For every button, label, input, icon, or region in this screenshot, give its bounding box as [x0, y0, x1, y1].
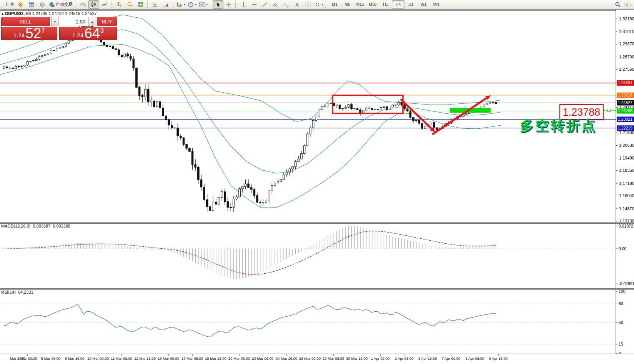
- search-button[interactable]: [615, 2, 621, 8]
- templates-button[interactable]: ▾: [198, 0, 209, 9]
- time-label: 27 Mar 08:00: [323, 356, 344, 361]
- candle-body: [138, 87, 140, 95]
- fibonacci-button[interactable]: F: [281, 0, 292, 9]
- candle-body: [280, 180, 282, 181]
- candle-body: [147, 89, 149, 102]
- candle-body: [121, 55, 123, 57]
- zoom-out-button[interactable]: [125, 0, 135, 9]
- auto-scroll-button[interactable]: [150, 0, 161, 9]
- timeframe-h1-button[interactable]: H1: [379, 0, 392, 9]
- time-label: 7 Apr 00:00: [442, 356, 461, 361]
- candle-body: [200, 180, 202, 187]
- sell-price-button[interactable]: 1.24 52 7: [1, 27, 57, 40]
- crosshair-button[interactable]: [223, 0, 234, 9]
- zoom-in-button[interactable]: [114, 0, 125, 9]
- time-tick: [333, 354, 334, 356]
- candle-body: [180, 136, 182, 138]
- callout-connector-anchor[interactable]: [607, 109, 610, 112]
- panel-collapse-icon[interactable]: ▴: [2, 11, 4, 16]
- candle-body: [339, 105, 341, 109]
- price-tick-label: 1.20630: [619, 143, 634, 148]
- price-tick-label: 1.18350: [619, 168, 634, 173]
- candle-body: [203, 187, 205, 200]
- macd-indicator-pane[interactable]: 0.0187210.00-0.028913: [0, 223, 634, 288]
- candlestick-chart-button[interactable]: [88, 0, 99, 9]
- rsi-label: RSI(14)64.2331: [1, 290, 36, 294]
- horizontal-line-button[interactable]: [249, 0, 260, 9]
- consolidation-red-box[interactable]: [333, 95, 403, 113]
- volume-increase-button[interactable]: ▲: [88, 17, 96, 26]
- toolbar-right-group: [615, 2, 631, 8]
- tile-windows-button[interactable]: [135, 0, 146, 9]
- label-button[interactable]: T: [303, 0, 313, 9]
- one-click-trading-panel: SELL ▼ 1.00 ▲ BUY 1.24 52 7 1.24 64 3: [1, 17, 117, 40]
- macd-tick-label: -0.028913: [619, 281, 634, 286]
- chart-window-button[interactable]: [26, 0, 37, 9]
- candle-body: [53, 50, 55, 51]
- chat-button[interactable]: [625, 2, 631, 8]
- chart-shift-button[interactable]: [161, 0, 171, 9]
- timeframe-w1-button[interactable]: W1: [417, 0, 430, 9]
- line-chart-button[interactable]: [99, 0, 110, 9]
- indicators-button[interactable]: ▾: [175, 0, 186, 9]
- new-order-button[interactable]: 订单: [5, 0, 15, 9]
- pivot-point-annotation[interactable]: 多空转折点: [520, 116, 597, 135]
- candle-body: [436, 128, 438, 130]
- time-axis[interactable]: Mar 20204 Mar 00:005 Mar 08:006 Mar 16:0…: [0, 354, 634, 364]
- candle-body: [33, 60, 35, 61]
- candle-body: [150, 101, 152, 102]
- tline-icon: [262, 2, 268, 8]
- sell-button[interactable]: SELL: [1, 17, 50, 26]
- candle-body: [250, 188, 252, 189]
- rsi-indicator-pane[interactable]: 1008050150: [0, 289, 634, 354]
- bar-chart-button[interactable]: [78, 0, 88, 9]
- window-icon: [28, 2, 35, 8]
- candle-body: [489, 103, 491, 104]
- candle-body: [365, 108, 367, 110]
- time-tick: [121, 354, 122, 356]
- buy-price-button[interactable]: 1.24 64 3: [59, 27, 117, 40]
- candle-body: [265, 201, 267, 203]
- rsi-tick-label: 50: [619, 320, 623, 325]
- candle-body: [295, 161, 296, 167]
- timeframe-mn-button[interactable]: MN: [430, 0, 443, 9]
- cursor-button[interactable]: [213, 0, 223, 9]
- timeframe-h4-button[interactable]: H4: [392, 0, 404, 9]
- timeframe-m30-button[interactable]: M30: [366, 0, 379, 9]
- volume-decrease-button[interactable]: ▼: [52, 17, 59, 26]
- channel-button[interactable]: E: [270, 0, 281, 9]
- candle-body: [398, 102, 399, 105]
- candle-body: [421, 123, 423, 128]
- candle-body: [245, 184, 246, 186]
- candle-body: [224, 192, 226, 202]
- vertical-line-button[interactable]: [238, 0, 249, 9]
- text-button[interactable]: A: [292, 0, 303, 9]
- timeframe-d1-button[interactable]: D1: [404, 0, 417, 9]
- arrows-icon: [315, 2, 321, 8]
- gold-diamond-button[interactable]: [15, 0, 26, 9]
- bollinger-middle-band[interactable]: [0, 30, 501, 173]
- time-label: 4 Mar 00:00: [18, 356, 37, 361]
- labelT-icon: T: [305, 2, 311, 8]
- zoomin-icon: [116, 2, 122, 8]
- rsi-tick-label: 80: [619, 301, 623, 306]
- macd-signal-line[interactable]: [4, 231, 496, 274]
- volume-value[interactable]: 1.00: [59, 17, 88, 26]
- time-tick: [98, 354, 98, 356]
- timeframe-m5-button[interactable]: M5: [341, 0, 354, 9]
- candle-body: [310, 128, 311, 134]
- main-toolbar: 订单自动交易▾▾▾EFAT▾M1M5M15M30H1H4D1W1MN: [0, 0, 634, 9]
- auto-trading-button[interactable]: 自动交易: [48, 0, 74, 9]
- rsi-line[interactable]: [4, 304, 496, 337]
- periods-button[interactable]: ▾: [186, 0, 198, 9]
- timeframe-m1-button[interactable]: M1: [328, 0, 341, 9]
- trendline-button[interactable]: [260, 0, 270, 9]
- arrows-button[interactable]: ▾: [313, 0, 324, 9]
- candle-body: [112, 47, 114, 49]
- timeframe-m15-button[interactable]: M15: [354, 0, 366, 9]
- time-label: 18 Mar 16:00: [205, 356, 226, 361]
- candle-body: [145, 89, 146, 97]
- signal-button[interactable]: [37, 0, 48, 9]
- price-tick-label: 1.21800: [619, 130, 634, 135]
- buy-button[interactable]: BUY: [97, 17, 117, 26]
